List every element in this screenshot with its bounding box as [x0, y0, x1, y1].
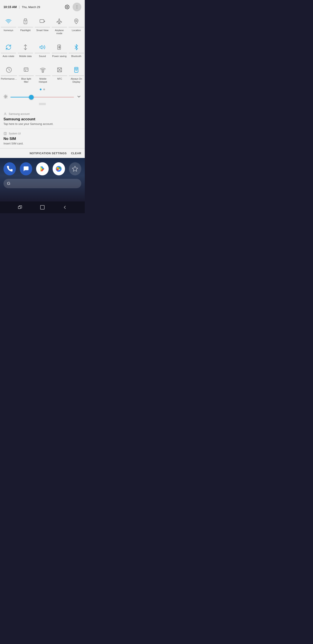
tile-alwayson[interactable]: Always On Display: [68, 63, 85, 86]
tile-bluetooth[interactable]: Bluetooth: [68, 41, 85, 60]
tile-alwayson-label: Always On Display: [69, 77, 84, 84]
svg-point-2: [77, 7, 77, 8]
tile-homesys-label: homesys: [4, 29, 13, 32]
home-screen: G: [0, 158, 85, 202]
tile-powersaving-label: Power saving: [52, 54, 66, 58]
notif-systemui-desc: Insert SIM card.: [3, 142, 81, 145]
tile-autorotate-label: Auto rotate: [2, 54, 14, 58]
app-icon-messages[interactable]: [20, 162, 32, 175]
app-icon-play[interactable]: [36, 162, 48, 175]
tile-mobiledata-label: Mobile data: [19, 54, 32, 58]
tile-sound-label: Sound: [39, 54, 46, 58]
tile-smartview-label: Smart View: [36, 29, 48, 32]
svg-rect-33: [4, 132, 6, 135]
status-right: [63, 2, 81, 11]
page-dot-1: [40, 88, 41, 90]
drag-line-2: [39, 104, 46, 105]
status-date: Thu, March 29: [22, 6, 40, 9]
tile-airplane-label: Airplane mode: [52, 29, 67, 35]
svg-rect-6: [40, 20, 44, 23]
tile-location-label: Location: [72, 29, 81, 32]
tile-mobilehotspot-label: Mobile Hotspot: [35, 77, 50, 84]
tile-flashlight[interactable]: Flashlight: [17, 15, 34, 37]
svg-point-3: [77, 8, 77, 9]
notif-samsung-icon: [3, 112, 7, 116]
time: 10:15 AM: [3, 5, 17, 9]
nav-recent-button[interactable]: [17, 204, 23, 210]
svg-rect-21: [74, 67, 78, 72]
status-bar: 10:15 AM | Thu, March 29: [0, 0, 85, 13]
page-dot-2: [43, 88, 45, 90]
tile-performance-label: Performance…: [1, 77, 17, 80]
app-icon-phone[interactable]: [3, 162, 16, 175]
svg-point-1: [77, 6, 77, 6]
tile-location[interactable]: Location: [68, 15, 85, 37]
google-logo: G: [7, 181, 10, 186]
tile-smartview[interactable]: Smart View: [34, 15, 51, 37]
notif-header-systemui: System UI: [3, 132, 81, 135]
brightness-control[interactable]: [0, 92, 85, 102]
status-time-date: 10:15 AM | Thu, March 29: [3, 5, 40, 9]
tile-performance[interactable]: Performance…: [0, 63, 18, 86]
status-divider: |: [19, 5, 20, 9]
notif-systemui-appname: System UI: [9, 132, 21, 135]
navigation-bar: [0, 202, 85, 213]
tile-flashlight-label: Flashlight: [20, 29, 30, 32]
drag-line-1: [39, 103, 46, 104]
tiles-row-3: Performance… B Blue light filter: [0, 62, 85, 88]
brightness-track: [10, 97, 74, 98]
notif-samsung-title: Samsung account: [3, 117, 81, 122]
quick-settings-panel: homesys Flashlight Smart Vie: [0, 13, 85, 109]
tile-nfc-label: NFC: [57, 77, 62, 80]
app-dock: [0, 162, 85, 179]
svg-text:B: B: [25, 70, 26, 71]
tile-homesys[interactable]: homesys: [0, 15, 17, 37]
tile-airplane[interactable]: Airplane mode: [51, 15, 68, 37]
svg-rect-40: [18, 206, 20, 209]
brightness-slider[interactable]: [10, 95, 74, 100]
tile-nfc[interactable]: NFC: [51, 63, 68, 86]
svg-point-4: [8, 23, 9, 24]
brightness-expand-button[interactable]: [76, 94, 81, 100]
app-icon-chrome[interactable]: [53, 162, 65, 175]
notification-samsung-account[interactable]: Samsung account Samsung account Tap here…: [0, 109, 85, 129]
nav-home-button[interactable]: [39, 204, 46, 210]
brightness-thumb[interactable]: [29, 95, 34, 100]
nav-back-button[interactable]: [61, 204, 68, 210]
notification-settings-button[interactable]: NOTIFICATION SETTINGS: [29, 152, 67, 155]
notif-samsung-appname: Samsung account: [9, 112, 29, 116]
svg-rect-41: [40, 206, 44, 209]
more-options-button[interactable]: [73, 2, 81, 11]
tile-mobiledata[interactable]: Mobile data: [17, 41, 34, 60]
svg-marker-9: [40, 45, 42, 49]
notif-header-samsung: Samsung account: [3, 112, 81, 116]
notification-system-ui[interactable]: System UI No SIM Insert SIM card.: [0, 129, 85, 148]
brightness-icon: [3, 94, 8, 100]
notification-action-bar: NOTIFICATION SETTINGS CLEAR: [0, 148, 85, 158]
tile-autorotate[interactable]: Auto rotate: [0, 41, 17, 60]
tile-bluelight[interactable]: B Blue light filter: [18, 63, 34, 86]
svg-line-26: [4, 95, 4, 96]
svg-point-23: [5, 96, 6, 98]
tile-sound[interactable]: Sound: [34, 41, 51, 60]
google-search-bar[interactable]: G: [3, 179, 81, 188]
notifications-area: Samsung account Samsung account Tap here…: [0, 109, 85, 158]
drag-lines: [39, 103, 46, 105]
tile-bluetooth-label: Bluetooth: [71, 54, 81, 58]
page-dots: [0, 87, 85, 92]
clear-notifications-button[interactable]: CLEAR: [71, 152, 81, 155]
app-icon-misc[interactable]: [69, 162, 81, 175]
drag-handle[interactable]: [0, 102, 85, 107]
tiles-row-1: homesys Flashlight Smart Vie: [0, 13, 85, 39]
tile-powersaving[interactable]: Power saving: [51, 41, 68, 60]
svg-point-0: [66, 6, 68, 8]
svg-point-7: [76, 20, 77, 22]
tile-bluelight-label: Blue light filter: [19, 77, 34, 84]
tile-mobilehotspot[interactable]: Mobile Hotspot: [34, 63, 51, 86]
notif-systemui-title: No SIM: [3, 137, 81, 141]
settings-button[interactable]: [63, 3, 71, 11]
svg-line-31: [7, 95, 7, 96]
tiles-row-2: Auto rotate Mobile data Soun: [0, 39, 85, 62]
notif-samsung-desc: Tap here to use your Samsung account.: [3, 122, 81, 126]
notif-systemui-icon: [3, 132, 7, 135]
